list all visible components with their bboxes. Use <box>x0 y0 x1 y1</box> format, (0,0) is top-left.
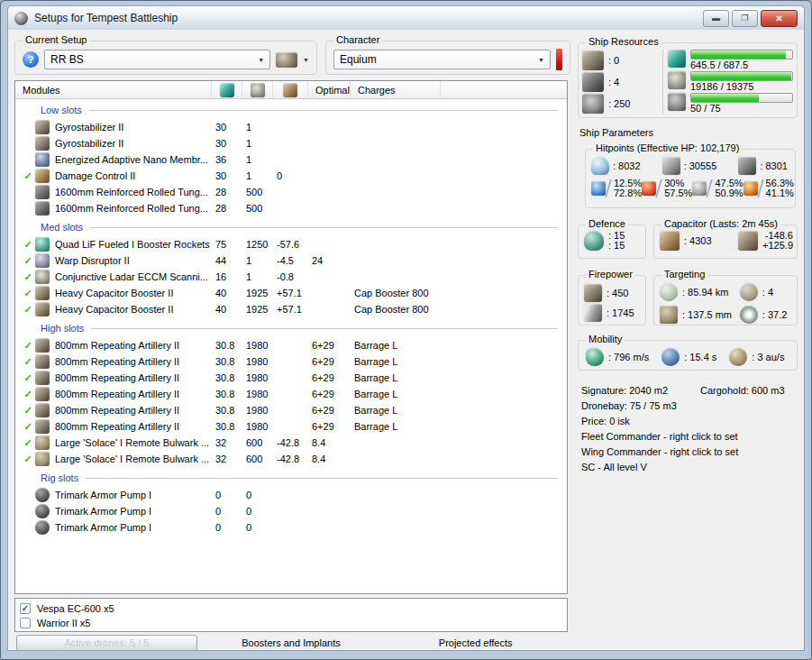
module-powergrid: 1925 <box>242 288 273 298</box>
module-capacitor: -4.5 <box>273 255 308 266</box>
signature-text: Signature: 2040 m2 <box>581 383 700 399</box>
targeting-group: Targeting : 85.94 km : 4 : 137.5 mm <box>653 275 798 325</box>
module-cpu: 16 <box>212 271 242 282</box>
resource-slot: : 0 <box>582 50 658 71</box>
module-charge: Barrage L <box>351 372 567 383</box>
close-button[interactable]: ✕ <box>761 10 798 27</box>
ship-export-button[interactable] <box>276 52 297 68</box>
squad-commander-text: SC - All level V <box>581 460 801 475</box>
module-optimal: 6+29 <box>308 405 351 416</box>
explosive-resist-values: 56.3%41.1% <box>766 179 794 198</box>
cpu-column-header <box>212 81 242 98</box>
module-row[interactable]: Trimark Armor Pump I00 <box>15 519 567 536</box>
module-row[interactable]: 1600mm Reinforced Rolled Tung...28500 <box>15 184 567 200</box>
ship-export-caret-icon[interactable]: ▼ <box>303 57 309 63</box>
capacitor-column-header <box>273 81 308 98</box>
section-title: High slots <box>41 323 84 334</box>
drone-checkbox[interactable]: ✓ <box>20 603 31 614</box>
projected-effects-tab[interactable]: Projected effects <box>383 637 568 648</box>
module-row[interactable]: Energized Adaptive Nano Membr...361 <box>15 151 567 168</box>
help-icon[interactable]: ? <box>23 51 39 68</box>
resource-slot: : 4 <box>582 71 658 93</box>
module-row[interactable]: Trimark Armor Pump I00 <box>15 503 567 519</box>
dps-icon <box>584 304 602 322</box>
module-row[interactable]: ✓800mm Repeating Artillery II30.819806+2… <box>15 337 567 353</box>
module-row[interactable]: 1600mm Reinforced Rolled Tung...28500 <box>15 200 567 216</box>
active-drones-button[interactable]: Active drones: 5 / 5 <box>16 635 197 651</box>
module-row[interactable]: ✓Large 'Solace' I Remote Bulwark ...3260… <box>15 435 567 451</box>
module-row[interactable]: ✓Damage Control II3010 <box>15 168 567 184</box>
module-icon <box>35 452 50 466</box>
boosters-implants-tab[interactable]: Boosters and Implants <box>199 637 384 648</box>
section-title: Med slots <box>41 222 83 233</box>
structure-icon <box>738 157 756 175</box>
active-check-icon: ✓ <box>21 340 35 352</box>
fleet-commander-text[interactable]: Fleet Commander - right click to set <box>581 429 801 445</box>
minimize-button[interactable]: ▬ <box>703 10 729 27</box>
module-row[interactable]: ✓Warp Disruptor II441-4.524 <box>15 252 567 269</box>
module-cpu: 75 <box>212 239 242 250</box>
section-header: Med slots <box>41 219 558 235</box>
active-check-icon: ✓ <box>21 304 35 316</box>
module-row[interactable]: ✓Quad LiF Fueled I Booster Rockets751250… <box>15 236 567 252</box>
cpu-bar <box>690 50 793 60</box>
module-row[interactable]: ✓800mm Repeating Artillery II30.819806+2… <box>15 386 567 402</box>
maximize-button[interactable]: ❐ <box>732 10 758 27</box>
module-row[interactable]: ✓800mm Repeating Artillery II30.819806+2… <box>15 418 567 435</box>
charges-column-header: Charges <box>351 81 441 98</box>
structure-value: : 8301 <box>760 160 788 171</box>
powergrid-bar-fill <box>691 72 791 80</box>
setup-combobox[interactable]: RR BS ▼ <box>44 50 270 69</box>
drone-row[interactable]: Warrior II x5 <box>20 616 562 630</box>
drone-row[interactable]: ✓Vespa EC-600 x5 <box>20 601 562 616</box>
module-row[interactable]: ✓800mm Repeating Artillery II30.819806+2… <box>15 370 567 386</box>
firepower-group: Firepower : 450 : 1745 <box>578 275 646 325</box>
capacitor-amount-icon <box>660 231 680 251</box>
module-cpu: 28 <box>212 187 242 197</box>
max-velocity-icon <box>586 348 604 366</box>
module-row[interactable]: Trimark Armor Pump I00 <box>15 487 567 503</box>
module-row[interactable]: ✓800mm Repeating Artillery II30.819806+2… <box>15 402 567 418</box>
shield-icon <box>591 157 609 175</box>
targeting-title: Targeting <box>661 269 707 280</box>
drone-checkbox[interactable] <box>20 618 31 628</box>
module-row[interactable]: ✓800mm Repeating Artillery II30.819806+2… <box>15 353 567 370</box>
module-name: Gyrostabilizer II <box>51 122 212 133</box>
shield-value: : 8032 <box>613 160 641 171</box>
titlebar[interactable]: Setups for Tempest Battleship ▬ ❐ ✕ <box>7 5 805 30</box>
module-icon <box>35 403 50 417</box>
resource-bar-row: 645.5 / 687.5 <box>668 50 793 71</box>
module-powergrid: 0 <box>242 506 273 517</box>
module-cpu: 30.8 <box>212 421 242 432</box>
setup-combobox-value: RR BS <box>50 53 84 66</box>
module-name: Heavy Capacitor Booster II <box>51 304 212 315</box>
module-powergrid: 1925 <box>242 304 273 315</box>
module-optimal: 8.4 <box>308 437 351 448</box>
module-powergrid: 600 <box>242 454 273 464</box>
module-powergrid: 500 <box>242 187 273 197</box>
module-cpu: 30.8 <box>212 340 242 351</box>
module-charge: Barrage L <box>351 356 567 367</box>
module-optimal: 6+29 <box>308 421 351 432</box>
resource-bar-row: 19186 / 19375 <box>668 71 793 93</box>
firepower-title: Firepower <box>586 269 635 280</box>
section-header: Low slots <box>41 102 558 118</box>
resource-bar-col: 50 / 75 <box>690 93 793 115</box>
explosive-resist-group: 56.3%41.1% <box>744 179 794 198</box>
module-icon <box>35 435 50 450</box>
module-optimal: 6+29 <box>308 372 351 383</box>
scan-resolution-value: : 137.5 mm <box>682 309 732 320</box>
wing-commander-text[interactable]: Wing Commander - right click to set <box>581 445 801 460</box>
module-row[interactable]: Gyrostabilizer II301 <box>15 135 567 151</box>
module-row[interactable]: ✓Large 'Solace' I Remote Bulwark ...3260… <box>15 451 567 467</box>
module-row[interactable]: Gyrostabilizer II301 <box>15 119 567 135</box>
module-row[interactable]: ✓Heavy Capacitor Booster II401925+57.1Ca… <box>15 285 567 301</box>
module-name: Warp Disruptor II <box>51 255 212 266</box>
ship-parameters-label: Ship Parameters <box>579 127 801 138</box>
module-name: 800mm Repeating Artillery II <box>51 421 212 432</box>
character-combobox[interactable]: Equium ▼ <box>333 50 551 69</box>
module-section: High slots✓800mm Repeating Artillery II3… <box>15 320 567 467</box>
module-row[interactable]: ✓Heavy Capacitor Booster II401925+57.1Ca… <box>15 301 567 317</box>
thermal-resist-icon <box>642 181 656 196</box>
module-row[interactable]: ✓Conjunctive Ladar ECCM Scanni...161-0.8 <box>15 269 567 285</box>
